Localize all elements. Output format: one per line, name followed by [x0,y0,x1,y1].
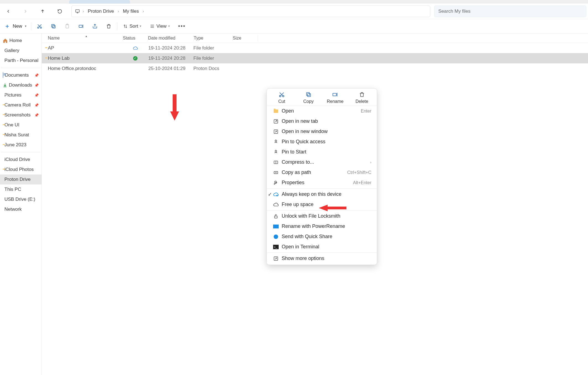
context-item-label: Show more options [282,256,324,261]
home-icon [3,38,8,43]
context-item-label: Pin to Quick access [282,139,325,145]
context-item-label: Free up space [282,202,314,207]
column-header-name[interactable]: Name ▴ [42,36,123,41]
sidebar-item[interactable]: Camera Roll📌 [0,100,42,110]
chevron-right-icon: › [118,9,119,13]
back-button[interactable] [2,5,15,18]
sidebar-item[interactable]: Parth - Personal [0,56,42,66]
context-item[interactable]: Rename with PowerRename [267,221,377,231]
sidebar-item[interactable]: June 2023 [0,140,42,150]
file-type: Proton Docs [193,66,232,71]
context-item-label: Open [282,108,294,114]
sidebar-item[interactable]: Pictures📌 [0,90,42,100]
context-item[interactable]: Unlock with File Locksmith [267,211,377,221]
sidebar-item[interactable]: Nisha Surat [0,130,42,140]
context-item[interactable]: >_Open in Terminal [267,242,377,252]
delete-button[interactable] [102,21,115,32]
sidebar-item[interactable]: iCloud Photos [0,165,42,175]
context-item[interactable]: Open in new tab [267,116,377,126]
synced-status-icon: ✓ [133,56,138,61]
refresh-button[interactable] [53,5,66,18]
new-button[interactable]: ＋ New ▾ [2,21,29,32]
context-item-label: Copy as path [282,170,311,175]
sidebar-item[interactable]: Documents📌 [0,70,42,80]
svg-rect-12 [333,93,336,96]
breadcrumb-item[interactable]: My files [122,8,140,15]
sidebar-item[interactable]: Gallery [0,46,42,56]
search-input[interactable]: Search My files [434,6,586,17]
sidebar-item[interactable]: iCloud Drive [0,155,42,165]
share-button[interactable] [88,21,102,32]
more-icon [273,256,279,261]
sidebar-item[interactable]: USB Drive (E:) [0,194,42,204]
context-item-label: Compress to... [282,159,314,165]
file-name: AP [48,45,54,51]
column-header-status[interactable]: Status [123,36,148,41]
context-item[interactable]: Show more options [267,253,377,264]
context-item[interactable]: Send with Quick Share [267,231,377,242]
file-row[interactable]: AP19-11-2024 20:28File folder [42,43,588,53]
pin-icon: 📌 [34,103,39,107]
address-bar[interactable]: › Proton Drive › My files › [71,6,430,17]
svg-rect-10 [307,93,310,97]
file-date: 25-10-2024 01:29 [148,66,193,71]
sidebar-item[interactable]: Proton Drive [0,175,42,184]
rename-button[interactable] [74,21,88,32]
svg-rect-19 [273,225,279,228]
forward-button[interactable] [19,5,32,18]
sidebar-item[interactable]: Network [0,204,42,214]
sidebar-item-label: Pictures [4,92,21,98]
plus-icon: ＋ [4,22,10,30]
context-rename-button[interactable]: Rename [324,91,346,104]
context-item[interactable]: Pin to Quick access [267,137,377,147]
column-header-date[interactable]: Date modified [148,36,193,41]
context-delete-button[interactable]: Delete [351,91,373,104]
context-item[interactable]: PropertiesAlt+Enter [267,178,377,188]
paste-button[interactable] [61,21,74,32]
chevron-right-icon: › [143,9,144,13]
file-row[interactable]: Home Lab✓19-11-2024 20:28File folder [42,53,588,63]
context-item-label: Open in Terminal [282,244,319,250]
context-item-label: Properties [282,180,304,186]
newwin-icon [273,129,279,134]
command-toolbar: ＋ New ▾ Sort ▾ View ▾ ••• [0,19,588,33]
pin-icon [273,149,279,155]
folder-open-icon [273,109,279,113]
lock-icon [273,213,279,219]
sidebar-item[interactable]: One UI [0,120,42,130]
context-item-label: Unlock with File Locksmith [282,213,340,219]
wrench-icon [273,180,279,186]
breadcrumb-item[interactable]: Proton Drive [87,8,115,15]
context-copy-button[interactable]: Copy [297,91,320,104]
view-button[interactable]: View ▾ [146,21,174,32]
cloud-keep-icon [273,192,279,197]
sidebar-item-label: Network [4,207,22,212]
column-header-size[interactable]: Size [233,36,258,41]
cut-icon [279,91,285,98]
sidebar-item[interactable]: Home [0,36,42,46]
context-item[interactable]: Open in new window [267,126,377,137]
context-item[interactable]: Copy as pathCtrl+Shift+C [267,167,377,178]
svg-rect-7 [79,25,82,27]
copy-icon [305,91,312,98]
file-row[interactable]: Home Office.protondoc25-10-2024 01:29Pro… [42,63,588,74]
context-cut-button[interactable]: Cut [271,91,293,104]
context-item[interactable]: Free up space [267,199,377,210]
more-button[interactable]: ••• [174,21,190,32]
file-type: File folder [193,56,232,61]
cut-button[interactable] [33,21,46,32]
context-item[interactable]: Compress to...› [267,157,377,167]
column-header-type[interactable]: Type [194,36,232,41]
context-item[interactable]: ✓Always keep on this device [267,189,377,199]
file-name: Home Lab [48,56,69,61]
sidebar-item[interactable]: This PC [0,184,42,194]
sidebar-item[interactable]: Screenshots📌 [0,110,42,120]
context-item[interactable]: Pin to Start [267,147,377,157]
up-button[interactable] [36,5,49,18]
context-item-label: Always keep on this device [282,191,341,197]
copy-button[interactable] [47,21,60,32]
sidebar-item[interactable]: Downloads📌 [0,80,42,90]
active-tab[interactable] [69,0,130,4]
context-item[interactable]: OpenEnter [267,106,377,116]
sort-button[interactable]: Sort ▾ [119,21,145,32]
